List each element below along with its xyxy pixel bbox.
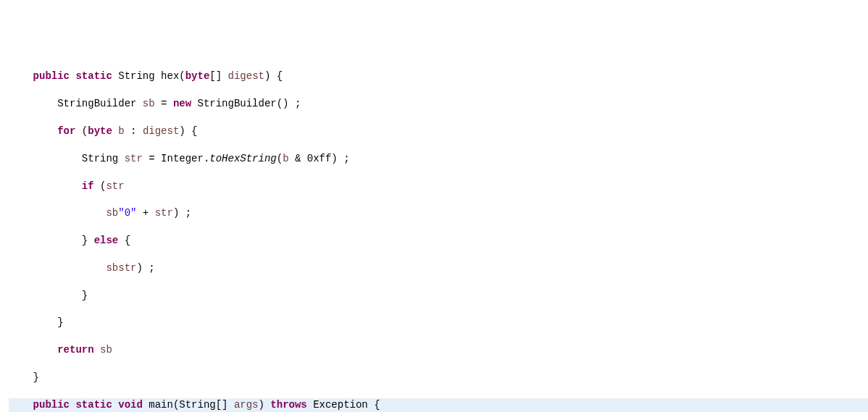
code-line: } bbox=[9, 371, 868, 385]
code-line: } bbox=[9, 316, 868, 329]
code-line: } bbox=[9, 289, 868, 303]
code-line: return sb bbox=[9, 343, 868, 357]
code-line: } else { bbox=[9, 234, 868, 248]
code-line: sb"0" + str) ; bbox=[9, 206, 868, 220]
code-editor: public static String hex(byte[] digest) … bbox=[0, 55, 868, 420]
code-line-highlighted: public static void main(String[] args) t… bbox=[9, 398, 868, 412]
code-line: public static String hex(byte[] digest) … bbox=[9, 70, 868, 83]
code-line: sbstr) ; bbox=[9, 261, 868, 275]
code-line: String str = Integer.toHexString(b & 0xf… bbox=[9, 152, 868, 166]
code-line: StringBuilder sb = new StringBuilder() ; bbox=[9, 97, 868, 111]
code-line: for (byte b : digest) { bbox=[9, 125, 868, 138]
code-line: if (str bbox=[9, 180, 868, 193]
